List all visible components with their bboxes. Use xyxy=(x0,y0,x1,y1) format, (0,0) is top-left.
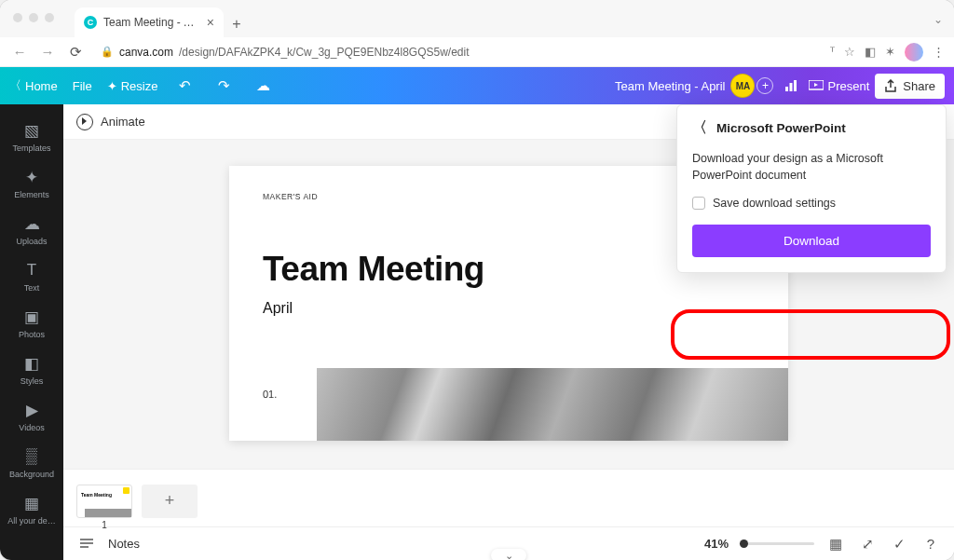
checkbox-icon[interactable] xyxy=(692,197,705,210)
sidebar-item-elements[interactable]: ✦Elements xyxy=(0,160,63,207)
sidebar-item-all-designs[interactable]: ▦All your de… xyxy=(0,486,63,533)
sidebar-item-templates[interactable]: ▧Templates xyxy=(0,114,63,160)
back-button[interactable]: ← xyxy=(9,42,30,62)
browser-tab-strip: C Team Meeting - April - Presen × + xyxy=(0,0,954,37)
download-panel: 〈 Microsoft PowerPoint Download your des… xyxy=(676,104,947,273)
canva-top-bar: 〈 Home File ✦ Resize ↶ ↷ ☁ Team Meeting … xyxy=(0,67,954,104)
panel-title: Microsoft PowerPoint xyxy=(716,121,846,135)
present-label: Present xyxy=(827,79,869,93)
browser-address-bar: ← → ⟳ 🔒 canva.com/design/DAFAkZPK4_k/Cw_… xyxy=(0,37,954,67)
window-controls[interactable] xyxy=(13,13,54,22)
fullscreen-icon[interactable]: ⤢ xyxy=(857,534,878,554)
sidebar-item-videos[interactable]: ▶Videos xyxy=(0,393,63,440)
url-field[interactable]: 🔒 canva.com/design/DAFAkZPK4_k/Cw_3g_PQE… xyxy=(93,46,823,59)
chevron-left-icon: 〈 xyxy=(9,77,21,94)
page-thumbnail-1[interactable]: Team Meeting 1 xyxy=(76,485,132,518)
animate-icon xyxy=(76,114,93,130)
analytics-icon[interactable] xyxy=(779,74,803,98)
svg-rect-2 xyxy=(794,80,797,91)
close-light[interactable] xyxy=(13,13,22,22)
share-button[interactable]: Share xyxy=(875,74,945,99)
add-page-button[interactable]: + xyxy=(142,485,198,518)
sidebar-item-uploads[interactable]: ☁Uploads xyxy=(0,207,63,253)
canva-favicon-icon: C xyxy=(84,16,97,29)
profile-avatar[interactable] xyxy=(905,43,923,61)
sidebar-item-text[interactable]: TText xyxy=(0,253,63,300)
templates-icon: ▧ xyxy=(22,121,41,140)
resize-menu[interactable]: ✦ Resize xyxy=(107,79,158,93)
new-tab-button[interactable]: + xyxy=(224,11,250,37)
sidebar-item-photos[interactable]: ▣Photos xyxy=(0,300,63,347)
browser-tab-active[interactable]: C Team Meeting - April - Presen × xyxy=(75,7,224,37)
slide-subtitle-text[interactable]: April xyxy=(263,300,755,317)
left-sidebar: ▧Templates ✦Elements ☁Uploads TText ▣Pho… xyxy=(0,104,63,560)
lock-icon: 🔒 xyxy=(101,46,114,58)
panel-description: Download your design as a Microsoft Powe… xyxy=(692,151,931,184)
reload-button[interactable]: ⟳ xyxy=(65,42,86,62)
user-avatar[interactable]: MA xyxy=(730,74,755,98)
star-icon[interactable]: ☆ xyxy=(844,45,855,59)
background-icon: ▒ xyxy=(22,447,41,466)
maximize-light[interactable] xyxy=(45,13,54,22)
document-title[interactable]: Team Meeting - April xyxy=(615,79,726,93)
sparkle-icon: ✦ xyxy=(107,79,117,93)
chevron-down-icon[interactable]: ⌄ xyxy=(934,13,943,26)
apps-icon: ▦ xyxy=(22,494,41,512)
share-icon[interactable]: ᵀ xyxy=(830,45,835,59)
undo-button[interactable]: ↶ xyxy=(172,74,197,98)
close-icon[interactable]: × xyxy=(207,15,214,30)
styles-icon: ◧ xyxy=(22,354,41,373)
url-domain: canva.com xyxy=(119,46,173,59)
kebab-icon[interactable]: ⋮ xyxy=(933,45,945,59)
sidebar-item-styles[interactable]: ◧Styles xyxy=(0,347,63,393)
checkbox-label: Save download settings xyxy=(713,197,836,210)
minimize-light[interactable] xyxy=(29,13,38,22)
page-thumbnails: Team Meeting 1 + xyxy=(63,469,954,526)
home-button[interactable]: 〈 Home xyxy=(9,77,58,94)
text-icon: T xyxy=(22,261,41,280)
grid-view-icon[interactable]: ▦ xyxy=(825,534,846,554)
uploads-icon: ☁ xyxy=(22,214,41,233)
file-menu[interactable]: File xyxy=(73,79,92,93)
slide-hero-image[interactable] xyxy=(317,368,788,441)
svg-rect-1 xyxy=(790,83,793,91)
notes-icon xyxy=(76,534,97,554)
save-settings-checkbox[interactable]: Save download settings xyxy=(692,197,931,210)
download-button[interactable]: Download xyxy=(692,225,931,257)
back-button[interactable]: 〈 xyxy=(692,118,707,138)
zoom-value: 41% xyxy=(704,537,729,551)
redo-button[interactable]: ↷ xyxy=(211,74,236,98)
collapse-pages-button[interactable]: ⌄ xyxy=(491,549,526,560)
videos-icon: ▶ xyxy=(22,401,41,419)
thumb-page-number: 1 xyxy=(102,520,107,530)
cloud-sync-icon: ☁ xyxy=(251,74,275,98)
present-button[interactable]: Present xyxy=(809,79,869,93)
macos-window: ⌄ C Team Meeting - April - Presen × + ← … xyxy=(0,0,954,560)
notes-button[interactable]: Notes xyxy=(108,537,140,551)
zoom-slider[interactable] xyxy=(740,542,814,545)
photos-icon: ▣ xyxy=(22,307,41,326)
extension-icon[interactable]: ◧ xyxy=(865,45,876,59)
add-collaborator-button[interactable]: + xyxy=(756,77,773,94)
share-label: Share xyxy=(903,79,935,93)
forward-button[interactable]: → xyxy=(37,42,58,62)
check-icon[interactable]: ✓ xyxy=(889,534,909,554)
slide-page-number[interactable]: 01. xyxy=(263,389,277,400)
puzzle-icon[interactable]: ✶ xyxy=(885,45,895,59)
elements-icon: ✦ xyxy=(22,168,41,186)
resize-label: Resize xyxy=(121,79,158,93)
url-path: /design/DAFAkZPK4_k/Cw_3g_PQE9ENbz4l8GQS… xyxy=(179,46,469,59)
browser-action-icons: ᵀ ☆ ◧ ✶ ⋮ xyxy=(830,43,945,61)
help-icon[interactable]: ? xyxy=(920,534,941,554)
sidebar-item-background[interactable]: ▒Background xyxy=(0,440,63,486)
tab-title: Team Meeting - April - Presen xyxy=(103,16,200,29)
home-label: Home xyxy=(25,79,58,93)
svg-rect-0 xyxy=(785,87,788,91)
animate-button[interactable]: Animate xyxy=(101,115,145,129)
